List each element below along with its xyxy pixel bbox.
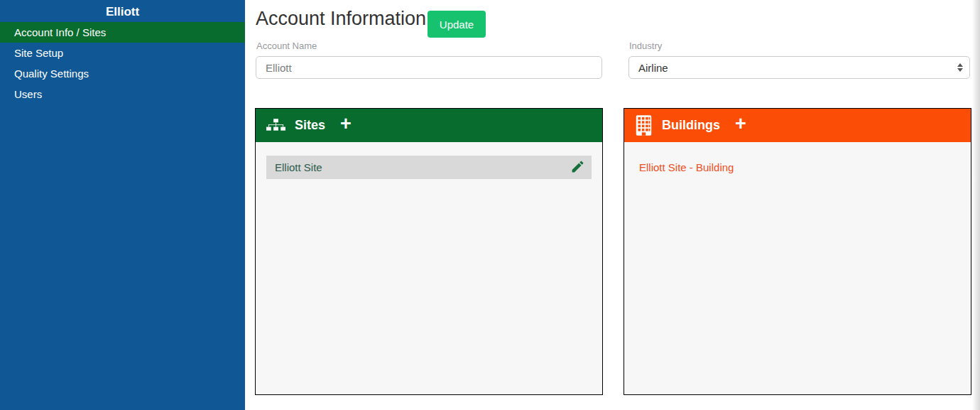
page-title: Account Information [256, 8, 426, 30]
sidebar-item-quality-settings[interactable]: Quality Settings [0, 63, 245, 84]
account-name-label: Account Name [256, 41, 317, 51]
account-name-input[interactable] [256, 56, 602, 79]
sites-panel-header: Sites + [256, 109, 602, 142]
industry-select-wrap: Airline [628, 56, 970, 79]
sidebar: Elliott Account Info / Sites Site Setup … [0, 0, 245, 410]
sidebar-item-users[interactable]: Users [0, 84, 245, 104]
industry-label: Industry [629, 41, 662, 51]
sites-panel-title: Sites [295, 118, 325, 133]
scrollbar-track[interactable] [972, 0, 980, 410]
sites-panel: Sites + Elliott Site [255, 108, 603, 395]
add-building-button[interactable]: + [734, 114, 748, 136]
buildings-panel-title: Buildings [662, 118, 720, 133]
building-link[interactable]: Elliott Site - Building [639, 161, 734, 173]
buildings-list: Elliott Site - Building [624, 142, 971, 174]
buildings-panel: Buildings + Elliott Site - Building [624, 108, 971, 395]
account-title: Elliott [0, 0, 245, 22]
pencil-icon [570, 159, 585, 176]
sidebar-item-account-info-sites[interactable]: Account Info / Sites [0, 22, 245, 43]
site-name: Elliott Site [275, 161, 322, 173]
plus-icon: + [340, 113, 352, 134]
sidebar-nav: Account Info / Sites Site Setup Quality … [0, 22, 245, 104]
sidebar-item-site-setup[interactable]: Site Setup [0, 43, 245, 63]
sitemap-icon [266, 118, 285, 133]
update-button[interactable]: Update [428, 11, 486, 38]
plus-icon: + [735, 113, 746, 134]
add-site-button[interactable]: + [339, 114, 353, 136]
sites-list: Elliott Site [256, 156, 602, 179]
industry-select[interactable]: Airline [628, 56, 970, 79]
account-page: Elliott Account Info / Sites Site Setup … [0, 0, 980, 410]
building-icon [635, 115, 653, 136]
site-list-item[interactable]: Elliott Site [266, 156, 592, 179]
edit-site-button[interactable] [570, 159, 585, 176]
buildings-panel-header: Buildings + [624, 109, 971, 142]
